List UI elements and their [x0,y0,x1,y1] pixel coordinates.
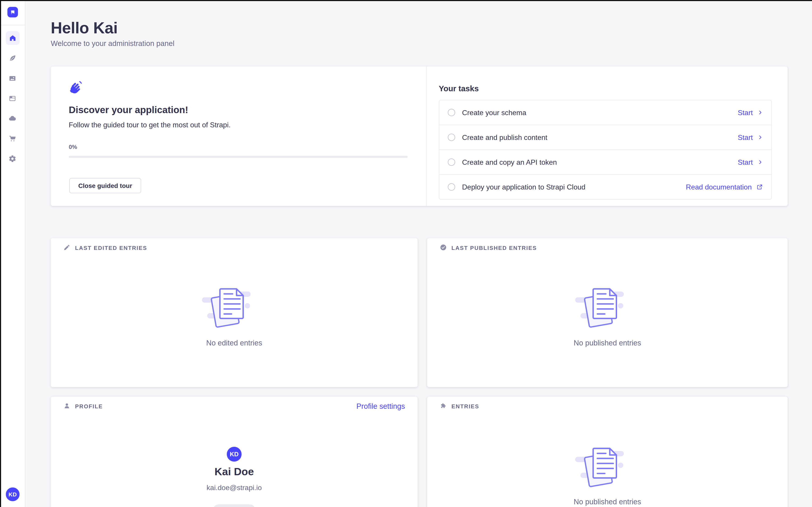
task-start-link[interactable]: Start [738,133,763,141]
task-label: Deploy your application to Strapi Cloud [462,183,585,191]
profile-card: PROFILE Profile settings KD Kai Doe kai.… [51,397,418,507]
task-row-api-token: Create and copy an API token Start [439,150,771,175]
guided-tour-card: Discover your application! Follow the gu… [51,66,788,206]
empty-state-caption: No edited entries [51,338,418,347]
task-start-link[interactable]: Start [738,158,763,166]
widget-title: ENTRIES [452,403,479,409]
screenshot-left-edge [0,0,1,507]
progress-percent-label: 0% [69,144,77,150]
sidebar-item-settings[interactable] [6,152,19,165]
card-divider [426,66,426,206]
sidebar-nav-rail: KD [0,0,26,507]
feather-icon [9,54,16,62]
empty-documents-illustration [574,446,641,491]
widget-header: LAST PUBLISHED ENTRIES [440,244,537,251]
person-icon [63,402,70,409]
chevron-right-icon [758,160,763,165]
task-label: Create and copy an API token [462,158,557,166]
task-action-label: Read documentation [686,183,752,191]
tasks-list: Create your schema Start Create and publ… [439,100,772,200]
chevron-right-icon [758,110,763,115]
last-edited-entries-card: LAST EDITED ENTRIES [51,238,418,387]
task-label: Create and publish content [462,133,547,141]
profile-settings-link[interactable]: Profile settings [356,402,405,410]
tasks-heading: Your tasks [439,84,478,93]
task-status-circle-icon [448,109,455,116]
sidebar-item-media-library[interactable] [6,71,19,85]
task-status-circle-icon [448,133,455,141]
task-label: Create your schema [462,109,526,116]
cloud-icon [9,114,16,122]
empty-state-caption: No published entries [427,338,788,347]
chevron-right-icon [758,135,763,140]
strapi-logo[interactable] [7,7,18,17]
task-action-label: Start [738,133,753,141]
strapi-admin-dashboard: KD Hello Kai Welcome to your administrat… [0,0,812,507]
sidebar-divider [0,25,26,25]
task-status-circle-icon [448,183,455,191]
profile-name: Kai Doe [51,466,418,478]
profile-avatar: KD [227,447,242,462]
widget-header: PROFILE [63,402,103,409]
task-status-circle-icon [448,158,455,166]
gear-icon [9,155,16,163]
close-guided-tour-button[interactable]: Close guided tour [69,178,141,193]
home-icon [9,34,16,42]
page-title: Hello Kai [51,19,118,37]
layout-icon [9,94,16,102]
task-action-label: Start [738,158,753,166]
widget-title: LAST PUBLISHED ENTRIES [452,244,537,250]
cart-icon [9,134,16,142]
check-circle-icon [440,244,447,251]
task-action-label: Start [738,109,753,116]
page-subtitle: Welcome to your administration panel [51,39,174,48]
sidebar-item-marketplace[interactable] [6,131,19,145]
task-row-deploy-cloud: Deploy your application to Strapi Cloud … [439,175,771,199]
sidebar-item-content-manager[interactable] [6,51,19,65]
empty-documents-illustration [574,287,641,331]
last-published-entries-card: LAST PUBLISHED ENTRIES [427,238,788,387]
guided-tour-title: Discover your application! [69,105,188,116]
sidebar-item-home[interactable] [6,31,19,45]
entries-card: ENTRIES [427,397,788,507]
guided-tour-description: Follow the guided tour to get the most o… [69,121,231,129]
task-row-create-schema: Create your schema Start [439,100,771,125]
external-link-icon [757,184,763,190]
pencil-icon [63,244,70,251]
widget-title: LAST EDITED ENTRIES [75,244,147,250]
profile-email: kai.doe@strapi.io [51,484,418,492]
widget-header: ENTRIES [440,402,479,409]
widget-title: PROFILE [75,403,103,409]
task-read-documentation-link[interactable]: Read documentation [686,183,763,191]
empty-state-caption: No published entries [427,498,788,506]
widget-header: LAST EDITED ENTRIES [63,244,147,251]
sidebar-item-cloud[interactable] [6,112,19,125]
task-row-publish-content: Create and publish content Start [439,125,771,150]
sidebar-user-avatar[interactable]: KD [6,488,19,501]
puzzle-icon [440,402,447,409]
sidebar-item-content-type-builder[interactable] [6,91,19,105]
empty-documents-illustration [201,287,267,331]
sidebar-nav [0,31,25,165]
task-start-link[interactable]: Start [738,109,763,116]
screenshot-top-edge [0,0,812,1]
progress-bar [69,156,408,158]
profile-role-badge [213,504,256,507]
waving-hand-icon [69,80,83,96]
media-icon [9,74,16,82]
